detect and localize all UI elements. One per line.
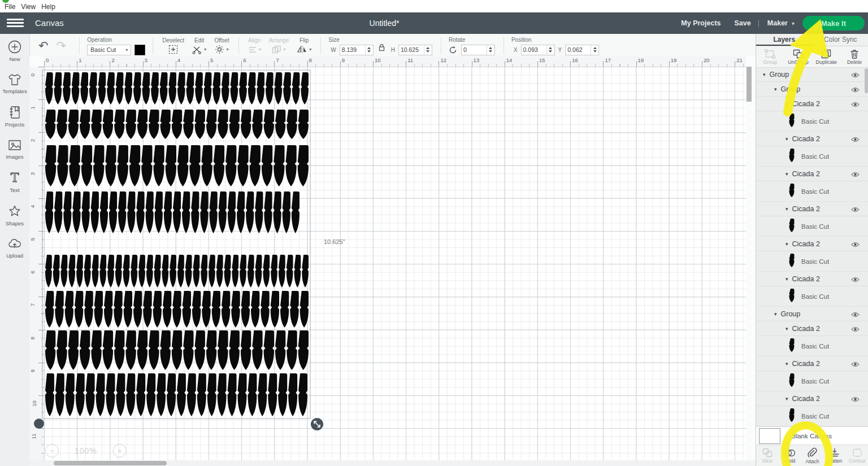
visibility-eye-icon[interactable] xyxy=(851,324,860,334)
flatten-button[interactable]: Flatten xyxy=(823,445,846,466)
canvas-horizontal-scrollbar[interactable] xyxy=(29,460,756,466)
height-stepper[interactable] xyxy=(424,45,432,55)
arrange-button[interactable]: Arrange ▾ xyxy=(269,37,289,55)
layer-cut-row[interactable]: Basic Cut xyxy=(756,251,868,272)
redo-icon[interactable]: ↷ xyxy=(57,39,67,53)
layer-group-row[interactable]: ▾Group xyxy=(756,82,868,97)
scrollbar-thumb[interactable] xyxy=(54,461,167,465)
layer-item-row[interactable]: ▾Cicada 2 xyxy=(756,391,868,406)
chevron-down-icon[interactable]: ▾ xyxy=(763,72,766,77)
scrollbar-thumb[interactable] xyxy=(747,67,752,102)
chevron-down-icon[interactable]: ▾ xyxy=(774,86,777,92)
chevron-down-icon[interactable]: ▾ xyxy=(785,241,788,247)
contour-button[interactable]: Contour xyxy=(846,445,868,466)
undo-icon[interactable]: ↶ xyxy=(38,39,49,53)
machine-selector[interactable]: Maker ▾ xyxy=(767,19,795,27)
sidebar-item-new[interactable]: New xyxy=(0,34,29,67)
rotate-icon[interactable] xyxy=(449,46,457,54)
visibility-eye-icon[interactable] xyxy=(851,394,860,404)
width-input[interactable] xyxy=(340,46,365,54)
operation-select[interactable]: Basic Cut ▾ xyxy=(87,45,131,55)
zoom-in-button[interactable]: + xyxy=(113,444,127,458)
position-x-stepper[interactable] xyxy=(546,45,554,55)
tab-layers[interactable]: Layers xyxy=(756,34,813,46)
visibility-eye-icon[interactable] xyxy=(851,85,860,95)
visibility-eye-icon[interactable] xyxy=(851,204,860,215)
menu-item-file[interactable]: File xyxy=(5,3,15,11)
layer-cut-row[interactable]: Basic Cut xyxy=(756,286,868,307)
chevron-down-icon[interactable]: ▾ xyxy=(785,101,788,107)
make-it-button[interactable]: Make It xyxy=(802,16,865,31)
sidebar-item-projects[interactable]: Projects xyxy=(0,99,29,133)
duplicate-button[interactable]: Duplicate xyxy=(813,46,841,67)
visibility-eye-icon[interactable] xyxy=(851,359,860,369)
blank-canvas-row[interactable]: Blank Canvas xyxy=(756,426,868,445)
canvas-vertical-scrollbar[interactable] xyxy=(746,67,752,460)
attach-button[interactable]: Attach xyxy=(801,445,824,466)
layer-cut-row[interactable]: Basic Cut xyxy=(756,216,868,237)
visibility-eye-icon[interactable] xyxy=(851,169,860,180)
layer-cut-row[interactable]: Basic Cut xyxy=(756,406,868,426)
layer-item-row[interactable]: ▾Cicada 2 xyxy=(756,97,868,111)
layer-cut-row[interactable]: Basic Cut xyxy=(756,336,868,356)
lock-icon[interactable] xyxy=(378,43,385,51)
canvas-area[interactable]: 0123456789101112131415161718192021 01234… xyxy=(29,56,756,466)
my-projects-link[interactable]: My Projects xyxy=(681,19,721,27)
hamburger-menu-icon[interactable] xyxy=(7,17,24,29)
chevron-down-icon[interactable]: ▾ xyxy=(785,206,788,212)
offset-button[interactable]: Offset ▾ xyxy=(214,37,229,55)
chevron-down-icon[interactable]: ▾ xyxy=(774,311,777,317)
visibility-eye-icon[interactable] xyxy=(851,239,860,250)
position-x-input[interactable] xyxy=(522,46,546,54)
layer-cut-row[interactable]: Basic Cut xyxy=(756,371,868,391)
width-stepper[interactable] xyxy=(365,45,373,55)
visibility-eye-icon[interactable] xyxy=(851,134,860,145)
chevron-down-icon[interactable]: ▾ xyxy=(785,171,788,177)
deselect-button[interactable]: Deselect xyxy=(162,37,184,55)
zoom-out-button[interactable]: − xyxy=(45,444,59,458)
layer-item-row[interactable]: ▾Cicada 2 xyxy=(756,132,868,146)
layer-cut-row[interactable]: Basic Cut xyxy=(756,146,868,167)
tab-color-sync[interactable]: Color Sync xyxy=(813,34,868,46)
delete-button[interactable]: Delete xyxy=(840,46,868,67)
ungroup-button[interactable]: UnGroup xyxy=(784,46,813,67)
layer-cut-row[interactable]: Basic Cut xyxy=(756,111,868,132)
layer-item-row[interactable]: ▾Cicada 2 xyxy=(756,167,868,181)
position-y-stepper[interactable] xyxy=(591,45,598,55)
layer-item-row[interactable]: ▾Cicada 2 xyxy=(756,321,868,336)
layer-item-row[interactable]: ▾Cicada 2 xyxy=(756,237,868,251)
color-swatch[interactable] xyxy=(134,45,145,55)
scrollbar-thumb[interactable] xyxy=(865,68,868,93)
chevron-down-icon[interactable]: ▾ xyxy=(785,361,788,367)
visibility-eye-icon[interactable] xyxy=(851,310,860,320)
sidebar-item-templates[interactable]: Templates xyxy=(0,67,29,99)
slice-button[interactable]: Slice xyxy=(756,445,779,466)
edit-button[interactable]: Edit ▾ xyxy=(192,37,206,55)
rotate-input[interactable] xyxy=(462,46,487,54)
align-button[interactable]: Align ▾ xyxy=(248,37,261,55)
layer-group-row[interactable]: ▾Group xyxy=(756,67,868,82)
chevron-down-icon[interactable]: ▾ xyxy=(785,326,788,332)
menu-item-help[interactable]: Help xyxy=(41,3,55,11)
layer-group-row[interactable]: ▾Group xyxy=(756,307,868,321)
canvas-grid[interactable] xyxy=(44,67,746,466)
panel-scrollbar[interactable] xyxy=(865,67,868,426)
position-y-input[interactable] xyxy=(566,46,591,54)
layer-item-row[interactable]: ▾Cicada 2 xyxy=(756,202,868,216)
layer-cut-row[interactable]: Basic Cut xyxy=(756,181,868,202)
visibility-eye-icon[interactable] xyxy=(851,70,860,80)
weld-button[interactable]: Weld xyxy=(779,445,801,466)
visibility-eye-icon[interactable] xyxy=(851,99,860,110)
group-button[interactable]: Group xyxy=(756,46,784,67)
visibility-eye-icon[interactable] xyxy=(851,275,860,285)
sidebar-item-text[interactable]: TText xyxy=(0,165,29,198)
sidebar-item-images[interactable]: Images xyxy=(0,133,29,165)
rotate-stepper[interactable] xyxy=(487,45,494,55)
height-input[interactable] xyxy=(399,46,424,54)
save-link[interactable]: Save xyxy=(735,19,751,27)
sidebar-item-upload[interactable]: Upload xyxy=(0,232,29,264)
menu-item-view[interactable]: View xyxy=(21,3,36,11)
canvas-color-swatch[interactable] xyxy=(759,428,780,444)
sidebar-item-shapes[interactable]: Shapes xyxy=(0,198,29,232)
flip-button[interactable]: Flip ▾ xyxy=(297,37,311,55)
